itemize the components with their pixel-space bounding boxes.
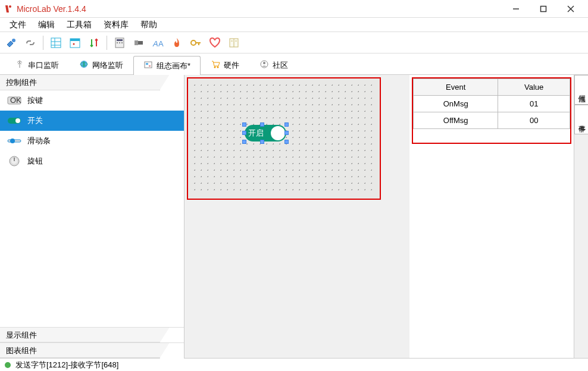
selection-handle[interactable] — [242, 131, 246, 135]
svg-rect-19 — [138, 41, 143, 45]
table-row[interactable]: OnMsg 01 — [414, 96, 570, 112]
svg-rect-6 — [51, 38, 61, 48]
tab-community[interactable]: 社区 — [249, 55, 298, 74]
properties-panel: Event Value OnMsg 01 OffMsg 00 属性 事件 — [409, 75, 588, 358]
svg-rect-32 — [146, 63, 148, 65]
tab-label: 社区 — [273, 60, 288, 71]
svg-point-0 — [9, 5, 11, 8]
calendar-icon[interactable] — [68, 36, 82, 49]
svg-point-41 — [15, 118, 20, 123]
tab-hardware[interactable]: 硬件 — [201, 55, 249, 74]
svg-rect-18 — [135, 40, 138, 45]
status-indicator-icon — [5, 362, 11, 368]
selection-handle[interactable] — [242, 140, 246, 144]
font-icon[interactable]: AA — [151, 36, 164, 49]
component-slider[interactable]: 滑动条 — [0, 131, 184, 151]
svg-text:A: A — [152, 39, 158, 48]
table-row[interactable]: OffMsg 00 — [414, 112, 570, 129]
book-icon[interactable] — [227, 36, 240, 49]
tab-label: 组态画布* — [157, 61, 190, 71]
tab-label: 串口监听 — [28, 60, 59, 71]
status-bar: 发送字节[1212]-接收字节[648] — [0, 358, 588, 371]
svg-rect-14 — [117, 39, 123, 41]
events-table-wrap: Event Value OnMsg 01 OffMsg 00 — [412, 77, 571, 144]
tab-network[interactable]: 网络监听 — [69, 55, 133, 74]
design-canvas[interactable]: 开启 — [187, 77, 381, 200]
side-tab-events[interactable]: 事件 — [574, 105, 588, 134]
globe-icon — [79, 59, 89, 71]
toolbar: AA — [0, 32, 588, 54]
minimize-button[interactable] — [502, 1, 530, 17]
component-label: 开关 — [27, 115, 43, 126]
menu-toolbox[interactable]: 工具箱 — [62, 18, 96, 32]
svg-point-35 — [217, 67, 219, 68]
usb-icon[interactable] — [132, 36, 145, 49]
title-bar: MicroLab Ver.1.4.4 — [0, 0, 588, 18]
layout-icon — [143, 60, 153, 71]
connect-icon[interactable] — [5, 36, 18, 49]
knob-icon — [7, 156, 21, 166]
maximize-button[interactable] — [530, 1, 557, 17]
chart-components-header[interactable]: 图表组件 — [0, 342, 184, 358]
cell-event: OffMsg — [414, 112, 498, 129]
status-text: 发送字节[1212]-接收字节[648] — [15, 360, 118, 370]
side-tabs: 属性 事件 — [574, 75, 588, 358]
svg-rect-2 — [541, 6, 546, 11]
cart-icon — [211, 59, 220, 71]
community-icon — [259, 59, 269, 71]
component-list: OK 按键 开关 滑动条 旋钮 — [0, 90, 184, 327]
selection-handle[interactable] — [260, 140, 264, 144]
fire-icon[interactable] — [170, 36, 183, 49]
key-icon[interactable] — [189, 36, 202, 49]
heart-icon[interactable] — [208, 36, 221, 49]
selection-handle[interactable] — [284, 140, 289, 144]
svg-text:OK: OK — [10, 96, 21, 105]
menu-database[interactable]: 资料库 — [99, 18, 133, 32]
selection-handle[interactable] — [284, 131, 289, 135]
tab-label: 硬件 — [224, 60, 239, 71]
menu-bar: 文件 编辑 工具箱 资料库 帮助 — [0, 18, 588, 32]
switch-knob — [271, 126, 285, 140]
menu-file[interactable]: 文件 — [5, 18, 31, 32]
control-components-header[interactable]: 控制组件 — [0, 75, 184, 90]
window-title: MicroLab Ver.1.4.4 — [17, 4, 502, 14]
selection-handle[interactable] — [260, 122, 264, 127]
side-tab-attrs[interactable]: 属性 — [574, 75, 588, 105]
component-knob[interactable]: 旋钮 — [0, 151, 184, 171]
svg-point-37 — [263, 62, 265, 64]
cell-value[interactable]: 01 — [498, 96, 570, 112]
calculator-icon[interactable] — [113, 36, 126, 49]
menu-help[interactable]: 帮助 — [136, 18, 162, 32]
tab-canvas[interactable]: 组态画布* — [133, 56, 201, 75]
link-icon[interactable] — [24, 36, 37, 49]
svg-point-12 — [73, 43, 75, 45]
selection-handle[interactable] — [242, 122, 246, 127]
ok-button-icon: OK — [7, 96, 21, 105]
svg-rect-15 — [117, 42, 118, 43]
svg-point-5 — [12, 39, 15, 42]
grid-icon[interactable] — [49, 36, 62, 49]
tab-serial[interactable]: 串口监听 — [5, 55, 69, 74]
close-button[interactable] — [557, 1, 584, 17]
menu-edit[interactable]: 编辑 — [33, 18, 60, 32]
arrows-icon[interactable] — [87, 36, 101, 49]
switch-widget[interactable]: 开启 — [245, 125, 286, 142]
component-label: 滑动条 — [27, 136, 51, 146]
component-switch[interactable]: 开关 — [0, 111, 184, 131]
col-value[interactable]: Value — [498, 79, 570, 96]
tab-row: 串口监听 网络监听 组态画布* 硬件 社区 — [0, 54, 588, 75]
canvas-area[interactable]: 开启 — [184, 75, 409, 358]
selection-handle[interactable] — [284, 122, 289, 127]
display-components-header[interactable]: 显示组件 — [0, 327, 184, 342]
col-event[interactable]: Event — [414, 79, 498, 96]
app-icon — [4, 4, 13, 14]
component-button[interactable]: OK 按键 — [0, 90, 184, 111]
switch-icon — [7, 116, 21, 125]
svg-point-43 — [10, 139, 15, 143]
workspace: 控制组件 OK 按键 开关 滑动条 旋钮 显示组件 图表组件 — [0, 75, 588, 358]
svg-text:A: A — [158, 39, 164, 48]
svg-rect-17 — [121, 42, 123, 43]
separator — [43, 36, 43, 50]
cell-value[interactable]: 00 — [498, 112, 570, 129]
component-label: 旋钮 — [27, 156, 43, 166]
